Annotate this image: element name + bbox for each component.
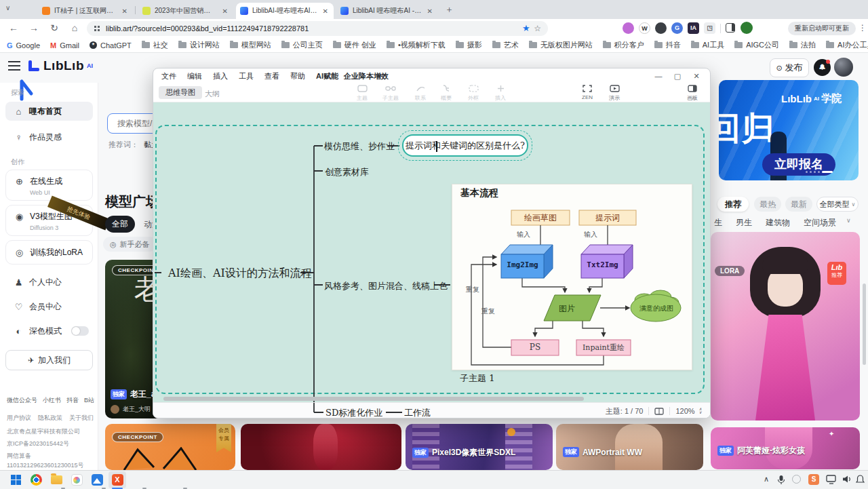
- academy-banner[interactable]: LıbLıb AI 学院 回归 立即报名: [719, 80, 859, 180]
- tab-mindmap[interactable]: 思维导图: [159, 86, 202, 99]
- legal-links-row[interactable]: 用户协议 隐私政策 关于我们: [7, 414, 94, 423]
- extension-icon-1[interactable]: [623, 22, 634, 34]
- profile-avatar[interactable]: [741, 22, 753, 34]
- model-card-red[interactable]: [241, 424, 401, 470]
- canvas-horizontal-scrollbar[interactable]: [163, 397, 584, 401]
- url-text[interactable]: liblib.art/?sourceId=000293&bd_vid=11122…: [106, 24, 528, 33]
- bookmark-folder[interactable]: 积分客户: [603, 40, 644, 50]
- new-tab-button[interactable]: ＋: [445, 3, 454, 16]
- tool-board[interactable]: 画板: [679, 85, 706, 102]
- menu-view[interactable]: 查看: [264, 71, 279, 81]
- bookmark-star-blue-icon[interactable]: ★: [522, 23, 530, 33]
- bookmark-folder[interactable]: 硬件 创业: [333, 40, 376, 50]
- tool-topic[interactable]: 主题: [349, 85, 376, 102]
- map-branch-library[interactable]: 创意素材库: [325, 166, 369, 178]
- liblib-logo[interactable]: LıbLıb AI: [27, 58, 93, 73]
- map-branch-style[interactable]: 风格参考、图片混合、线稿上色: [324, 280, 448, 292]
- bookmark-folder[interactable]: 无版权图片网站: [529, 40, 593, 50]
- menu-file[interactable]: 文件: [161, 71, 176, 81]
- tag-item[interactable]: 生: [714, 217, 722, 229]
- tray-speaker-icon[interactable]: [842, 475, 852, 484]
- sidebar-item-inspiration[interactable]: ♀作品灵感: [5, 128, 93, 146]
- tab-close-icon[interactable]: ✕: [121, 7, 129, 15]
- browser-tab-3-active[interactable]: LiblibAI-哩布哩布AI - 中国领先 ✕: [236, 3, 334, 19]
- map-branch-imitate[interactable]: 模仿思维、抄作业: [324, 140, 395, 153]
- tab-search-chevron-icon[interactable]: ∨: [5, 4, 10, 12]
- tray-notification-icon[interactable]: [856, 475, 865, 484]
- taskbar-explorer[interactable]: [47, 471, 65, 488]
- bookmark-chatgpt[interactable]: *ChatGPT: [90, 41, 132, 50]
- forward-icon[interactable]: →: [26, 19, 42, 37]
- link-terms[interactable]: 用户协议: [7, 414, 31, 423]
- tab-outline[interactable]: 大纲: [205, 89, 220, 99]
- map-root-topic[interactable]: AI绘画、AI设计的方法和流程: [168, 267, 312, 281]
- tag-item[interactable]: 男生: [736, 217, 752, 229]
- tags-expand-chevron-icon[interactable]: ∨: [846, 217, 851, 224]
- card-author-row[interactable]: 老王_大明: [111, 405, 151, 414]
- sort-tab-hottest[interactable]: 最热: [754, 197, 781, 212]
- menu-help[interactable]: 帮助: [290, 71, 305, 81]
- social-douyin[interactable]: 抖音: [66, 396, 79, 405]
- tab-close-icon[interactable]: ✕: [321, 7, 330, 15]
- start-button[interactable]: [7, 471, 24, 488]
- extension-icon-w[interactable]: W: [639, 22, 650, 34]
- tool-relationship[interactable]: 联系: [407, 85, 434, 102]
- browser-tab-4[interactable]: LiblibAI 哩布哩布AI - 中国领先 ✕: [336, 3, 438, 19]
- bookmark-gmail[interactable]: MGmail: [50, 41, 79, 50]
- link-privacy[interactable]: 隐私政策: [38, 414, 62, 423]
- publish-button[interactable]: ⊙发布: [770, 58, 809, 77]
- hamburger-menu-icon[interactable]: [8, 61, 20, 71]
- taskbar-photos[interactable]: [88, 471, 106, 488]
- back-icon[interactable]: ←: [5, 19, 22, 37]
- window-maximize-button[interactable]: ▢: [672, 71, 683, 81]
- home-icon[interactable]: ⌂: [66, 19, 83, 37]
- newbie-tag-pill[interactable]: ◎新手必备: [103, 237, 157, 252]
- sidebar-card-online-generate[interactable]: ⊕在线生成 Web UI: [5, 170, 93, 201]
- tray-display-icon[interactable]: [826, 475, 837, 484]
- map-image-flowchart[interactable]: 基本流程 绘画草图 提示词 输入 输入 Img2Img Txt2Img 图片 满…: [452, 184, 692, 370]
- bookmark-folder[interactable]: AI工具: [691, 40, 724, 50]
- sidebar-card-v3[interactable]: ◉V3模型生图 Diffusion 3 抢先体验: [5, 205, 93, 236]
- bookmark-folder[interactable]: •视频解析下载: [387, 40, 446, 50]
- notification-bell-button[interactable]: 🔔︎: [814, 59, 831, 76]
- tool-summary[interactable]: 概要: [433, 85, 460, 102]
- taskbar-app-cloud[interactable]: [68, 471, 85, 488]
- menu-enterprise[interactable]: 企业降本增效: [344, 71, 389, 81]
- tray-sunlogin-icon[interactable]: S: [808, 474, 819, 485]
- model-card-orange[interactable]: CHECKPOINT 会员 专属: [105, 424, 235, 470]
- bookmark-google[interactable]: GGoogle: [7, 41, 40, 50]
- tool-zen[interactable]: ZEN: [574, 85, 601, 100]
- extension-icon-dark[interactable]: [655, 22, 667, 34]
- browser-tab-1[interactable]: IT桔子 | 泛互联网创业投资项目 ✕: [38, 3, 133, 19]
- extensions-puzzle-icon[interactable]: ◳: [704, 22, 715, 34]
- model-card-awportrait[interactable]: 独家 AWPortrait WW: [556, 424, 703, 470]
- extension-icon-g[interactable]: G: [671, 22, 683, 34]
- map-node-workflow[interactable]: 工作流: [404, 407, 431, 418]
- tag-item[interactable]: 建筑物: [766, 217, 790, 229]
- map-node-selected[interactable]: 提示词和关键词的区别是什么?: [402, 134, 528, 157]
- bookmark-folder[interactable]: AIGC公司: [734, 40, 779, 50]
- join-us-button[interactable]: ✈加入我们: [5, 350, 93, 370]
- tab-close-icon[interactable]: ✕: [426, 7, 434, 15]
- filter-chip-all[interactable]: 全部: [105, 216, 135, 233]
- tray-dimmed-icon[interactable]: [792, 475, 801, 484]
- tool-boundary[interactable]: 外框: [460, 85, 487, 102]
- bookmark-folder[interactable]: 法拍: [789, 40, 816, 50]
- bookmark-folder[interactable]: 社交: [142, 40, 168, 50]
- taskbar-chrome[interactable]: [27, 471, 45, 488]
- sort-tab-recommended[interactable]: 推荐: [717, 197, 749, 212]
- zoom-stepper[interactable]: ∧∨: [699, 408, 702, 414]
- bookmark-folder[interactable]: 模型网站: [230, 40, 271, 50]
- social-xiaohongshu[interactable]: 小红书: [43, 396, 61, 405]
- sort-tab-newest[interactable]: 最新: [785, 197, 812, 212]
- bookmark-folder[interactable]: 摄影: [456, 40, 482, 50]
- bookmark-folder[interactable]: 抖音: [654, 40, 681, 50]
- tool-present[interactable]: 演示: [601, 85, 628, 102]
- update-chrome-pill[interactable]: 重新启动即可更新: [788, 22, 856, 35]
- social-bilibili[interactable]: B站: [84, 396, 94, 405]
- map-branch-sd-workflow[interactable]: SD标准化作业: [326, 407, 382, 418]
- menu-ai[interactable]: AI赋能: [316, 71, 338, 81]
- tool-insert[interactable]: 插入: [487, 85, 514, 102]
- model-card-afu[interactable]: ✦ 独家 阿芙蕾娅-炫彩女孩: [711, 427, 860, 469]
- map-overview-icon[interactable]: [654, 408, 664, 415]
